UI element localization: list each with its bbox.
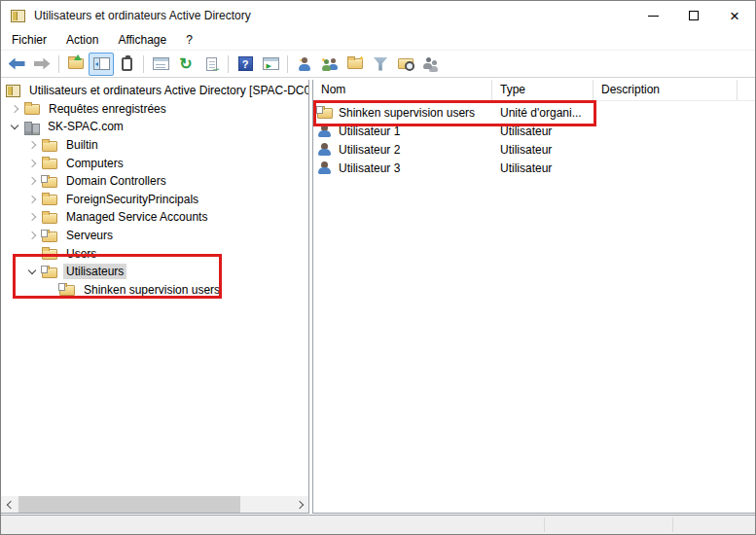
- chevron-placeholder: [44, 284, 55, 296]
- chevron-expanded-icon[interactable]: [26, 266, 38, 277]
- menu-item-affichage[interactable]: Affichage: [110, 31, 174, 49]
- list-header: NomTypeDescription: [313, 80, 755, 101]
- folder-icon: [42, 195, 57, 205]
- page-badge: [58, 283, 65, 291]
- clipboard-icon: [122, 57, 132, 71]
- clipboard-button[interactable]: [114, 53, 139, 76]
- chevron-collapsed-icon[interactable]: [9, 103, 20, 115]
- ou-icon: [42, 177, 57, 188]
- list-item[interactable]: Utilisateur 1Utilisateur: [313, 122, 755, 140]
- help-icon: [238, 56, 253, 71]
- folder-icon: [42, 249, 57, 260]
- console-app-icon: [11, 10, 25, 22]
- tree-item[interactable]: Utilisateurs: [1, 263, 308, 281]
- tree-item-label: Utilisateurs et ordinateurs Active Direc…: [26, 83, 309, 98]
- tree-item-label: Managed Service Accounts: [63, 209, 210, 225]
- ou-icon: [42, 232, 57, 242]
- chevron-collapsed-icon[interactable]: [26, 194, 38, 205]
- tree: Utilisateurs et ordinateurs Active Direc…: [1, 80, 308, 299]
- chevron-collapsed-icon[interactable]: [26, 230, 38, 241]
- minimize-button[interactable]: [632, 2, 673, 30]
- tree-item[interactable]: Users: [1, 244, 308, 263]
- console-icon: [6, 85, 20, 97]
- tree-item[interactable]: Shinken supervision users: [1, 281, 308, 300]
- scrollbar-thumb[interactable]: [18, 496, 240, 513]
- list-item-type: Utilisateur: [492, 125, 594, 138]
- tree-item[interactable]: Builtin: [1, 136, 308, 155]
- list-item[interactable]: Utilisateur 3Utilisateur: [313, 159, 755, 177]
- user-icon: [317, 143, 333, 156]
- tree-item-label: Domain Controllers: [63, 173, 169, 189]
- chevron-collapsed-icon[interactable]: [26, 139, 38, 151]
- column-header-type[interactable]: Type: [492, 80, 594, 100]
- tree-item[interactable]: ForeignSecurityPrincipals: [1, 191, 308, 209]
- forward-icon: [34, 58, 51, 70]
- filter-button[interactable]: [368, 53, 393, 76]
- ou-icon: [42, 268, 57, 278]
- export-list-button[interactable]: [198, 53, 224, 76]
- domain-icon: [24, 122, 39, 133]
- page-badge: [41, 175, 48, 183]
- toolbar-separator: [58, 55, 59, 73]
- tree-item[interactable]: SK-SPAC.com: [1, 118, 308, 136]
- list-item-name: Utilisateur 1: [339, 125, 400, 138]
- column-header-nom[interactable]: Nom: [313, 80, 492, 100]
- toolbar-separator: [287, 55, 288, 73]
- tree-item-label: Computers: [63, 156, 126, 171]
- chevron-collapsed-icon[interactable]: [26, 211, 38, 223]
- chevron-expanded-icon[interactable]: [9, 121, 20, 132]
- help-button[interactable]: [233, 53, 258, 76]
- tree-item[interactable]: Utilisateurs et ordinateurs Active Direc…: [1, 82, 308, 100]
- chevron-collapsed-icon[interactable]: [26, 158, 38, 169]
- new-window-button[interactable]: [258, 53, 283, 76]
- tree-item[interactable]: Requêtes enregistrées: [1, 100, 308, 119]
- list-item-name: Utilisateur 3: [339, 161, 400, 175]
- status-divider: [672, 517, 673, 532]
- window-title: Utilisateurs et ordinateurs Active Direc…: [34, 9, 632, 22]
- up-one-level-icon: [68, 58, 84, 69]
- scroll-right-button[interactable]: [292, 496, 308, 513]
- list-item-name-cell: Shinken supervision users: [313, 106, 492, 120]
- list-item[interactable]: Shinken supervision usersUnité d'organi.…: [313, 103, 755, 122]
- horizontal-scrollbar[interactable]: [1, 496, 308, 513]
- menu-item-action[interactable]: Action: [58, 31, 106, 49]
- tree-item[interactable]: Serveurs: [1, 227, 308, 245]
- menu-item-fichier[interactable]: Fichier: [4, 31, 54, 49]
- new-organizational-unit-button[interactable]: [342, 53, 368, 76]
- scrollbar-track[interactable]: [18, 496, 292, 513]
- find-icon: [398, 58, 414, 69]
- properties-window-button[interactable]: [148, 53, 173, 76]
- tree-item[interactable]: Computers: [1, 154, 308, 172]
- list-item-name: Utilisateur 2: [339, 143, 400, 157]
- show-console-tree-icon: [93, 57, 110, 70]
- page-badge: [41, 230, 48, 237]
- add-members-button[interactable]: [418, 53, 444, 76]
- tree-item[interactable]: Managed Service Accounts: [1, 208, 308, 227]
- scroll-left-button[interactable]: [1, 496, 18, 513]
- find-button[interactable]: [393, 53, 418, 76]
- new-group-button[interactable]: [317, 53, 342, 76]
- up-one-level-button[interactable]: [63, 53, 89, 76]
- page-badge: [41, 266, 48, 273]
- back-button[interactable]: [4, 53, 29, 76]
- list-item[interactable]: Utilisateur 2Utilisateur: [313, 140, 755, 159]
- tree-item-label: Builtin: [63, 137, 101, 153]
- minimize-icon: [648, 16, 659, 17]
- tree-item-label: Requêtes enregistrées: [46, 101, 169, 117]
- filter-icon: [374, 57, 388, 71]
- show-console-tree-button[interactable]: [89, 53, 114, 76]
- list-item-name-cell: Utilisateur 1: [313, 125, 492, 138]
- forward-button[interactable]: [29, 53, 54, 76]
- menu-item-?[interactable]: ?: [178, 31, 200, 49]
- back-icon: [9, 58, 25, 70]
- column-header-description[interactable]: Description: [594, 80, 738, 100]
- refresh-button[interactable]: [173, 53, 198, 76]
- status-divider: [544, 517, 545, 532]
- new-organizational-unit-icon: [347, 58, 363, 69]
- close-button[interactable]: ×: [714, 2, 755, 30]
- maximize-button[interactable]: [673, 2, 714, 30]
- tree-item[interactable]: Domain Controllers: [1, 172, 308, 191]
- chevron-collapsed-icon[interactable]: [26, 175, 38, 187]
- new-user-button[interactable]: [292, 53, 317, 76]
- maximize-icon: [689, 11, 699, 20]
